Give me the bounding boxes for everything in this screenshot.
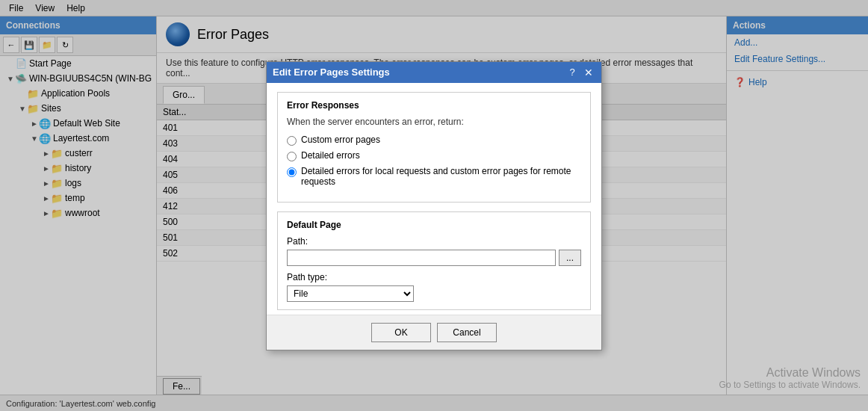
radio-detailed-input[interactable] bbox=[287, 152, 297, 161]
default-page-section: Default Page Path: ... Path type: FileUR… bbox=[277, 211, 591, 310]
cancel-button[interactable]: Cancel bbox=[437, 323, 497, 342]
pathtype-label: Path type: bbox=[287, 272, 581, 282]
radio-group: Custom error pages Detailed errors Detai… bbox=[287, 135, 581, 187]
radio-custom[interactable]: Custom error pages bbox=[287, 135, 581, 146]
modal-titlebar-controls: ? ✕ bbox=[565, 66, 595, 79]
default-page-title: Default Page bbox=[287, 220, 581, 230]
modal-title: Edit Error Pages Settings bbox=[273, 67, 390, 78]
pathtype-select[interactable]: FileURLExecuteURLRedirect bbox=[287, 285, 414, 302]
error-responses-description: When the server encounters an error, ret… bbox=[287, 117, 581, 127]
path-label: Path: bbox=[287, 236, 581, 247]
modal-footer: OK Cancel bbox=[267, 315, 601, 350]
modal-help-btn[interactable]: ? bbox=[565, 66, 579, 79]
path-input[interactable] bbox=[287, 250, 556, 266]
error-responses-title: Error Responses bbox=[287, 100, 581, 111]
path-row: ... bbox=[287, 250, 581, 266]
radio-custom-input[interactable] bbox=[287, 136, 297, 146]
radio-custom-label: Custom error pages bbox=[301, 135, 380, 145]
radio-detailed[interactable]: Detailed errors bbox=[287, 150, 581, 161]
radio-detailed-label: Detailed errors bbox=[301, 150, 360, 161]
error-responses-section: Error Responses When the server encounte… bbox=[277, 92, 591, 203]
modal-close-btn[interactable]: ✕ bbox=[582, 66, 595, 79]
ok-button[interactable]: OK bbox=[371, 323, 431, 342]
radio-detailed-custom-input[interactable] bbox=[287, 167, 297, 177]
edit-error-pages-dialog: Edit Error Pages Settings ? ✕ Error Resp… bbox=[266, 61, 602, 350]
modal-overlay: Edit Error Pages Settings ? ✕ Error Resp… bbox=[0, 0, 868, 411]
radio-detailed-custom-label: Detailed errors for local requests and c… bbox=[301, 166, 581, 187]
path-browse-btn[interactable]: ... bbox=[559, 250, 581, 266]
modal-titlebar: Edit Error Pages Settings ? ✕ bbox=[267, 62, 601, 83]
radio-detailed-custom[interactable]: Detailed errors for local requests and c… bbox=[287, 166, 581, 187]
